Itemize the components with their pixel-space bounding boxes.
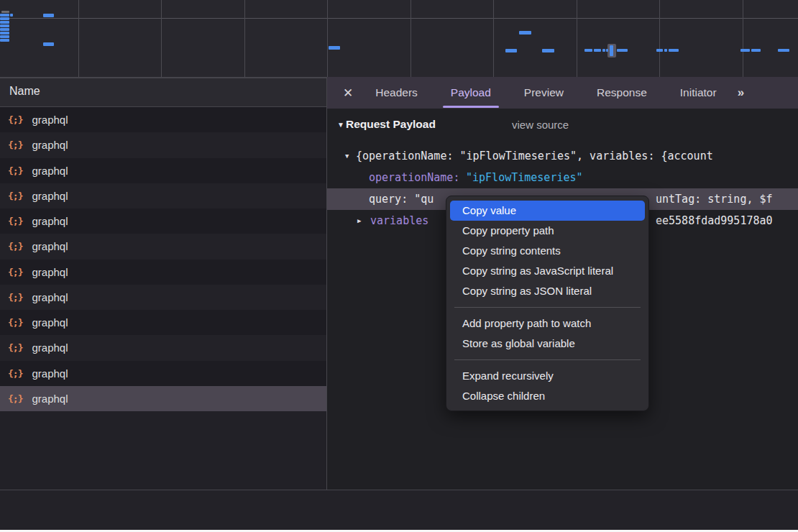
overview-vertical-gridline xyxy=(577,0,577,77)
menu-item-add-property-path-to-watch[interactable]: Add property path to watch xyxy=(450,313,645,334)
table-row[interactable]: {;}graphql xyxy=(0,285,326,310)
request-list-panel: Name {;}graphql {;}graphql {;}graphql {;… xyxy=(0,78,326,490)
table-row[interactable]: {;}graphql xyxy=(0,260,326,285)
json-braces-icon: {;} xyxy=(8,191,22,201)
variables-value-fragment: ee5588fdad995178a0 xyxy=(656,210,773,231)
detail-tabbar: ✕ Headers Payload Preview Response Initi… xyxy=(327,77,798,109)
json-braces-icon: {;} xyxy=(8,267,22,278)
waterfall-bar xyxy=(0,32,9,35)
property-value: "ipFlowTimeseries" xyxy=(466,167,583,188)
tab-initiator[interactable]: Initiator xyxy=(669,77,728,109)
waterfall-bar xyxy=(0,21,9,24)
request-name: graphql xyxy=(32,393,68,405)
menu-separator xyxy=(454,307,641,308)
table-row[interactable]: {;}graphql xyxy=(0,335,326,360)
table-row[interactable]: {;}graphql xyxy=(0,158,326,183)
more-tabs-chevron-icon[interactable]: » xyxy=(738,86,743,100)
waterfall-bar xyxy=(751,49,761,52)
waterfall-bar xyxy=(0,35,9,38)
request-name: graphql xyxy=(32,367,68,380)
waterfall-bar xyxy=(656,49,663,52)
menu-item-expand-recursively[interactable]: Expand recursively xyxy=(450,366,645,386)
json-braces-icon: {;} xyxy=(8,216,22,226)
json-braces-icon: {;} xyxy=(8,114,22,125)
tab-response[interactable]: Response xyxy=(586,77,658,109)
waterfall-bar xyxy=(0,17,9,20)
waterfall-bar xyxy=(542,49,554,52)
waterfall-bar xyxy=(584,49,592,52)
waterfall-bar xyxy=(664,49,667,52)
table-row[interactable]: {;}graphql xyxy=(0,234,326,259)
overview-vertical-gridline xyxy=(327,0,328,77)
overview-vertical-gridline xyxy=(78,0,79,77)
waterfall-bar xyxy=(43,14,54,17)
waterfall-bar xyxy=(0,24,9,27)
request-payload-section-header[interactable]: ▼ Request Payload view source xyxy=(327,118,798,134)
context-menu: Copy value Copy property path Copy strin… xyxy=(446,196,649,411)
waterfall-bar xyxy=(594,49,601,52)
json-braces-icon: {;} xyxy=(8,393,22,404)
table-row[interactable]: {;}graphql xyxy=(0,132,326,157)
menu-item-copy-string-json-literal[interactable]: Copy string as JSON literal xyxy=(450,281,645,301)
request-name: graphql xyxy=(32,215,68,227)
expand-triangle-icon[interactable]: ▼ xyxy=(345,145,349,167)
tab-payload[interactable]: Payload xyxy=(440,77,502,109)
table-row[interactable]: {;}graphql xyxy=(0,208,326,234)
name-column-header[interactable]: Name xyxy=(0,78,326,107)
json-braces-icon: {;} xyxy=(8,165,22,176)
json-braces-icon: {;} xyxy=(8,342,22,353)
waterfall-bar xyxy=(43,42,54,46)
table-row[interactable]: {;}graphql xyxy=(0,183,326,208)
request-name: graphql xyxy=(32,240,68,252)
waterfall-bar xyxy=(602,49,605,52)
property-key: operationName: xyxy=(369,167,466,188)
view-source-link[interactable]: view source xyxy=(512,119,569,131)
tab-headers[interactable]: Headers xyxy=(364,77,428,109)
waterfall-bar xyxy=(617,49,628,52)
request-name: graphql xyxy=(32,341,68,354)
overview-vertical-gridline xyxy=(743,0,743,77)
network-overview-timeline[interactable] xyxy=(0,0,798,78)
menu-item-copy-property-path[interactable]: Copy property path xyxy=(450,221,645,241)
property-key: variables xyxy=(370,210,428,231)
payload-preview-text: {operationName: "ipFlowTimeseries", vari… xyxy=(356,145,713,167)
payload-operation-row[interactable]: operationName: "ipFlowTimeseries" xyxy=(327,167,798,188)
menu-item-copy-value[interactable]: Copy value xyxy=(450,201,645,221)
waterfall-bar xyxy=(0,28,9,31)
section-title: Request Payload xyxy=(346,118,436,131)
waterfall-bar xyxy=(669,49,679,52)
request-rows: {;}graphql {;}graphql {;}graphql {;}grap… xyxy=(0,107,326,411)
overview-vertical-gridline xyxy=(244,0,245,77)
table-row[interactable]: {;}graphql xyxy=(0,361,326,386)
menu-item-collapse-children[interactable]: Collapse children xyxy=(450,386,645,406)
overview-vertical-gridline xyxy=(659,0,660,77)
waterfall-bar xyxy=(740,49,750,52)
request-name: graphql xyxy=(32,266,68,278)
json-braces-icon: {;} xyxy=(8,241,22,252)
panel-split-divider[interactable] xyxy=(326,78,327,530)
table-row[interactable]: {;}graphql xyxy=(0,107,326,132)
collapsed-triangle-icon[interactable]: ▶ xyxy=(357,210,361,231)
active-tab-underline xyxy=(443,106,499,108)
menu-item-copy-string-js-literal[interactable]: Copy string as JavaScript literal xyxy=(450,261,645,281)
overview-scrubber-line xyxy=(610,45,613,56)
waterfall-bar xyxy=(329,46,340,50)
query-value-fragment: untTag: string, $f xyxy=(656,188,773,210)
waterfall-bar xyxy=(606,49,608,52)
request-name: graphql xyxy=(32,316,68,329)
tab-preview[interactable]: Preview xyxy=(513,77,574,109)
menu-item-store-as-global-variable[interactable]: Store as global variable xyxy=(450,334,645,354)
table-row-selected[interactable]: {;}graphql xyxy=(0,386,326,411)
waterfall-bar xyxy=(505,49,517,52)
table-row[interactable]: {;}graphql xyxy=(0,310,326,335)
waterfall-bar xyxy=(1,11,9,13)
payload-root-row[interactable]: ▼ {operationName: "ipFlowTimeseries", va… xyxy=(327,145,798,167)
json-braces-icon: {;} xyxy=(8,292,22,303)
close-icon[interactable]: ✕ xyxy=(343,86,353,101)
request-name: graphql xyxy=(32,114,68,126)
json-braces-icon: {;} xyxy=(8,139,22,150)
request-name: graphql xyxy=(32,165,68,177)
waterfall-bar xyxy=(519,31,531,35)
menu-item-copy-string-contents[interactable]: Copy string contents xyxy=(450,241,645,261)
section-collapse-triangle-icon[interactable]: ▼ xyxy=(337,121,344,129)
